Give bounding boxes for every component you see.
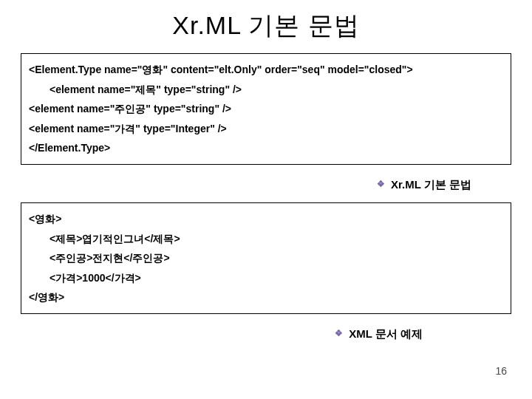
code-line: <element name="가격" type="Integer" /> <box>29 119 503 139</box>
code-line: <Element.Type name="영화" content="elt.Onl… <box>29 60 503 80</box>
slide-title: Xr.ML 기본 문법 <box>21 9 511 43</box>
code-line: <element name="주인공" type="string" /> <box>29 99 503 119</box>
caption-row-1: ❖ Xr.ML 기본 문법 <box>21 174 511 202</box>
code-line: <element name="제목" type="string" /> <box>29 80 503 100</box>
xml-example-box: <영화> <제목>엽기적인그녀</제목> <주인공>전지현</주인공> <가격>… <box>21 202 511 314</box>
caption-text: Xr.ML 기본 문법 <box>391 178 471 192</box>
code-line: <제목>엽기적인그녀</제목> <box>29 229 503 249</box>
code-line: </Element.Type> <box>29 138 503 158</box>
caption-text: XML 문서 예제 <box>349 327 423 341</box>
schema-code-box: <Element.Type name="영화" content="elt.Onl… <box>21 53 511 165</box>
caption-row-2: ❖ XML 문서 예제 <box>21 323 511 352</box>
bullet-diamond-icon: ❖ <box>377 179 385 189</box>
code-line: <가격>1000</가격> <box>29 268 503 288</box>
code-line: <주인공>전지현</주인공> <box>29 248 503 268</box>
bullet-diamond-icon: ❖ <box>335 328 343 338</box>
page-number: 16 <box>495 365 507 377</box>
code-line: </영화> <box>29 287 503 307</box>
code-line: <영화> <box>29 209 503 229</box>
